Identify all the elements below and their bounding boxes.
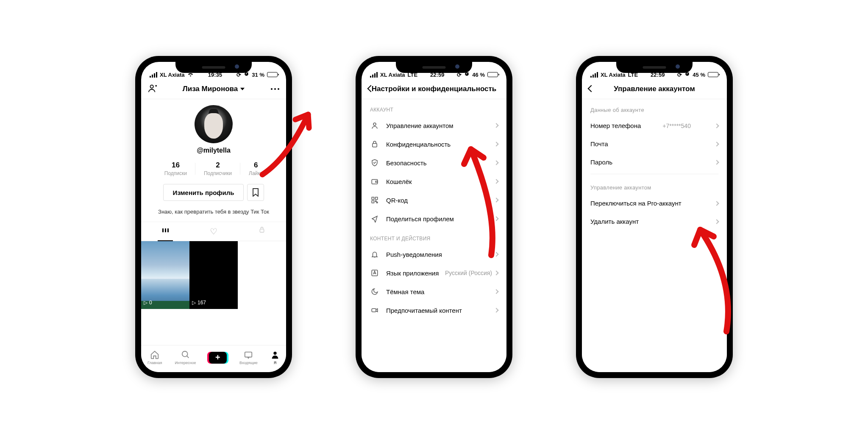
video-icon xyxy=(370,306,379,314)
svg-rect-6 xyxy=(373,144,377,147)
play-count: 0 xyxy=(144,300,152,306)
chevron-left-icon xyxy=(367,85,375,92)
svg-rect-8 xyxy=(376,181,378,182)
profile-icon xyxy=(270,350,280,359)
divider xyxy=(590,174,718,174)
item-label: Язык приложения xyxy=(386,270,439,277)
username-label: @milytella xyxy=(197,147,231,154)
item-label: Управление аккаунтом xyxy=(386,122,453,129)
bookmark-button[interactable] xyxy=(247,184,264,201)
svg-rect-13 xyxy=(372,309,376,312)
item-dark-theme[interactable]: Тёмная тема xyxy=(362,282,506,301)
signal-icon xyxy=(590,72,598,78)
phone-notch xyxy=(175,62,252,73)
phone-notch xyxy=(616,62,693,73)
video-thumb-empty xyxy=(238,241,286,309)
chevron-left-icon xyxy=(588,85,595,92)
nav-inbox[interactable]: Входящие xyxy=(239,350,258,365)
chevron-right-icon xyxy=(494,270,498,275)
chevron-right-icon xyxy=(494,142,498,146)
item-share-profile[interactable]: Поделиться профилем xyxy=(362,209,506,228)
caret-down-icon xyxy=(240,88,245,90)
item-manage-account[interactable]: Управление аккаунтом xyxy=(362,116,506,135)
signal-icon xyxy=(150,72,157,78)
item-delete-account[interactable]: Удалить аккаунт xyxy=(582,212,727,231)
nav-discover[interactable]: Интересное xyxy=(175,350,196,365)
item-email[interactable]: Почта xyxy=(582,135,727,153)
item-label: Предпочитаемый контент xyxy=(386,307,462,314)
item-label: Поделиться профилем xyxy=(386,215,454,223)
chevron-right-icon xyxy=(714,142,719,146)
item-password[interactable]: Пароль xyxy=(582,153,727,171)
chevron-right-icon xyxy=(714,201,719,206)
edit-profile-button[interactable]: Изменить профиль xyxy=(163,184,244,201)
battery-pct: 46 % xyxy=(472,72,485,78)
battery-icon xyxy=(708,72,718,77)
item-privacy[interactable]: Конфиденциальность xyxy=(362,135,506,153)
svg-point-2 xyxy=(182,351,187,357)
video-grid: 0 167 xyxy=(141,241,286,309)
add-friend-button[interactable] xyxy=(148,83,157,95)
svg-point-0 xyxy=(150,85,153,88)
stat-followers[interactable]: 2 Подписчики xyxy=(195,161,240,176)
chevron-right-icon xyxy=(494,308,498,312)
home-icon xyxy=(150,350,159,359)
item-security[interactable]: Безопасность xyxy=(362,153,506,172)
video-thumb[interactable]: 0 xyxy=(141,241,189,309)
profile-name-dropdown[interactable]: Лиза Миронова xyxy=(183,85,245,93)
video-thumb[interactable]: 167 xyxy=(189,241,238,309)
phone-manage-account: XL Axiata LTE 22:59 ⟳ 45 % Управление ак… xyxy=(576,56,733,378)
item-content-pref[interactable]: Предпочитаемый контент xyxy=(362,301,506,320)
item-language[interactable]: Язык приложения Русский (Россия) xyxy=(362,264,506,282)
svg-rect-11 xyxy=(372,201,374,203)
profile-avatar[interactable] xyxy=(195,105,233,143)
battery-icon xyxy=(487,72,498,77)
item-label: Тёмная тема xyxy=(386,288,424,295)
back-button[interactable] xyxy=(368,85,373,93)
nav-me[interactable]: Я xyxy=(270,350,280,365)
tab-liked[interactable] xyxy=(189,222,238,241)
nav-home[interactable]: Главная xyxy=(147,350,162,365)
more-options-button[interactable] xyxy=(271,88,279,90)
chevron-right-icon xyxy=(494,160,498,165)
profile-tabs xyxy=(141,222,286,241)
wallet-icon xyxy=(370,178,379,185)
item-label: Push-уведомления xyxy=(386,251,442,258)
svg-rect-7 xyxy=(372,180,378,184)
section-content-label: КОНТЕНТ И ДЕЙСТВИЯ xyxy=(362,228,506,245)
item-label: Почта xyxy=(590,140,608,147)
item-phone[interactable]: Номер телефона +7*****540 xyxy=(582,117,727,135)
stat-likes[interactable]: 6 Лайки xyxy=(240,161,271,176)
item-label: Кошелёк xyxy=(386,178,412,185)
person-icon xyxy=(370,122,379,129)
chevron-right-icon xyxy=(714,160,719,164)
bell-icon xyxy=(370,250,379,258)
bottom-nav: Главная Интересное + Входящие Я xyxy=(141,345,286,372)
item-push[interactable]: Push-уведомления xyxy=(362,245,506,264)
item-switch-pro[interactable]: Переключиться на Pro-аккаунт xyxy=(582,194,727,212)
carrier-label: XL Axiata xyxy=(160,72,185,78)
svg-rect-10 xyxy=(376,197,378,199)
svg-rect-9 xyxy=(372,197,374,199)
settings-header: Настройки и конфиденциальность xyxy=(362,79,506,99)
play-count: 167 xyxy=(192,300,206,306)
item-wallet[interactable]: Кошелёк xyxy=(362,172,506,191)
chevron-right-icon xyxy=(714,123,719,128)
shield-icon xyxy=(370,159,379,167)
nav-create[interactable]: + xyxy=(209,352,227,364)
tab-posts[interactable] xyxy=(141,222,189,241)
heart-icon xyxy=(210,228,217,236)
svg-point-4 xyxy=(273,352,276,355)
carrier-label: XL Axiata xyxy=(601,72,626,78)
battery-pct: 45 % xyxy=(693,72,705,78)
page-title: Настройки и конфиденциальность xyxy=(372,85,497,93)
svg-rect-3 xyxy=(245,352,252,357)
chevron-right-icon xyxy=(494,123,498,128)
item-qr[interactable]: QR-код xyxy=(362,191,506,209)
profile-header: Лиза Миронова xyxy=(141,79,286,99)
back-button[interactable] xyxy=(589,85,594,93)
item-label: Конфиденциальность xyxy=(386,141,451,148)
tab-private[interactable] xyxy=(238,222,286,241)
lock-icon xyxy=(259,226,265,233)
stat-following[interactable]: 16 Подписки xyxy=(156,161,195,176)
